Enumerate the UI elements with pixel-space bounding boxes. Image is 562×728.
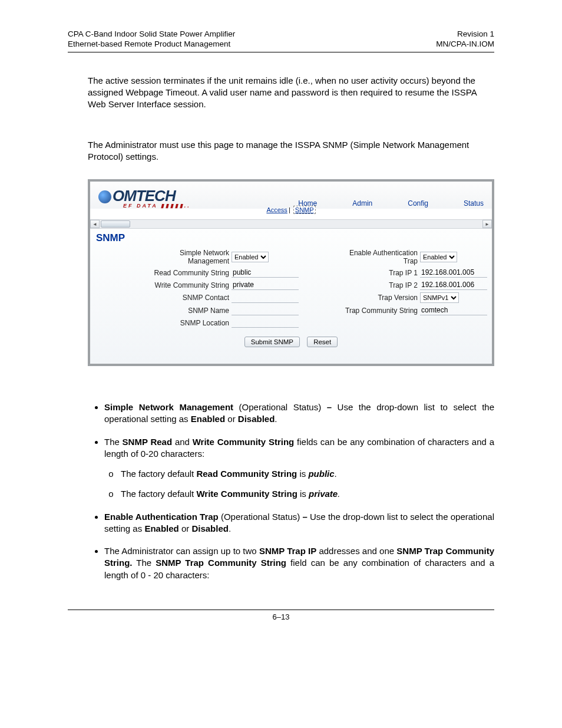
label-snm: Simple Network Management xyxy=(114,249,232,265)
input-wcs[interactable] xyxy=(232,280,299,290)
subtab-snmp[interactable]: SNMP xyxy=(293,206,316,214)
input-name[interactable] xyxy=(232,305,299,315)
snmp-screenshot: OMTECH EF DATA ▮▮▮▮▮.. Home Admin Config… xyxy=(88,179,494,366)
sub-bullet-read: The factory default Read Community Strin… xyxy=(121,468,494,480)
subtab-access[interactable]: Access xyxy=(266,206,287,213)
input-tip1[interactable] xyxy=(420,268,487,278)
page-footer: 6–13 xyxy=(68,610,494,621)
label-tcs: Trap Community String xyxy=(332,307,420,315)
comtech-logo: OMTECH EF DATA ▮▮▮▮▮.. xyxy=(98,187,191,209)
select-eat[interactable]: Enabled xyxy=(420,252,457,262)
description-list: Simple Network Management (Operational S… xyxy=(88,401,494,581)
header-left-2: Ethernet-based Remote Product Management xyxy=(68,39,230,48)
button-row: Submit SNMP Reset xyxy=(96,336,486,347)
sub-bullet-write: The factory default Write Community Stri… xyxy=(121,488,494,500)
scroll-right-icon[interactable]: ► xyxy=(482,220,492,228)
label-rcs: Read Community String xyxy=(114,269,232,277)
label-tver: Trap Version xyxy=(332,294,420,302)
submit-snmp-button[interactable]: Submit SNMP xyxy=(244,337,300,347)
bullet-trap-ip: The Administrator can assign up to two S… xyxy=(104,545,494,581)
bullet-auth-trap: Enable Authentication Trap (Operational … xyxy=(104,511,494,535)
sub-tabs: Access| SNMP xyxy=(90,206,492,215)
select-tver[interactable]: SNMPv1 xyxy=(420,292,459,303)
label-wcs: Write Community String xyxy=(114,281,232,289)
header-right-1: Revision 1 xyxy=(457,29,494,38)
scroll-track[interactable] xyxy=(100,220,482,228)
horizontal-scrollbar[interactable]: ◄ ► xyxy=(90,219,492,229)
pane-title: SNMP xyxy=(96,232,486,244)
snmp-form: Simple Network Management Enabled Enable… xyxy=(114,249,480,328)
input-rcs[interactable] xyxy=(232,268,299,278)
input-contact[interactable] xyxy=(232,293,299,303)
header-right-2: MN/CPA-IN.IOM xyxy=(436,39,494,48)
label-eat: Enable Authentication Trap xyxy=(332,249,420,265)
input-tcs[interactable] xyxy=(420,305,487,315)
intro-paragraph-1: The active session terminates if the uni… xyxy=(88,75,494,111)
page-header: CPA C-Band Indoor Solid State Power Ampl… xyxy=(68,29,494,52)
input-tip2[interactable] xyxy=(420,280,487,290)
input-location[interactable] xyxy=(232,318,299,328)
snmp-pane: SNMP Simple Network Management Enabled E… xyxy=(90,229,492,364)
label-name: SNMP Name xyxy=(114,307,232,315)
label-contact: SNMP Contact xyxy=(114,294,232,302)
scroll-thumb[interactable] xyxy=(101,220,130,228)
globe-icon xyxy=(98,190,111,203)
label-location: SNMP Location xyxy=(114,319,232,327)
reset-button[interactable]: Reset xyxy=(307,337,338,347)
select-snm[interactable]: Enabled xyxy=(232,252,269,262)
bullet-community-strings: The SNMP Read and Write Community String… xyxy=(104,436,494,500)
label-tip1: Trap IP 1 xyxy=(332,269,420,277)
scroll-left-icon[interactable]: ◄ xyxy=(90,220,100,228)
intro-paragraph-2: The Administrator must use this page to … xyxy=(88,139,494,163)
bullet-snm: Simple Network Management (Operational S… xyxy=(104,401,494,426)
label-tip2: Trap IP 2 xyxy=(332,281,420,289)
nav-bar: OMTECH EF DATA ▮▮▮▮▮.. Home Admin Config… xyxy=(90,182,492,209)
header-left-1: CPA C-Band Indoor Solid State Power Ampl… xyxy=(68,29,235,38)
